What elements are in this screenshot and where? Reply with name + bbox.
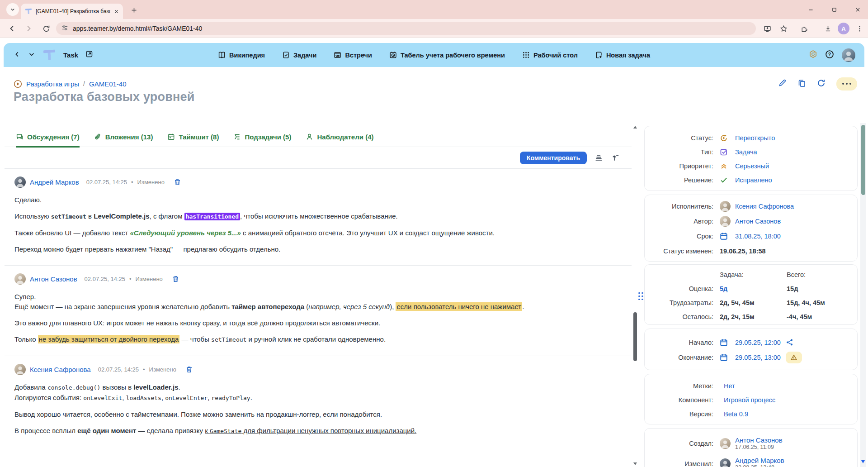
tab-active[interactable]: Обсуждения (7) xyxy=(16,133,80,148)
tab-search-button[interactable] xyxy=(6,3,19,16)
history-user-link[interactable]: Антон Сазонов xyxy=(735,436,850,444)
browser-profile-avatar[interactable]: A xyxy=(838,23,849,34)
comment-body: Добавила console.debug() вызовы в levelL… xyxy=(14,382,582,436)
sidebar-scrollbar-thumb[interactable] xyxy=(861,125,865,195)
field-label: Тип: xyxy=(652,148,720,156)
sidebar-scroll-down-icon[interactable] xyxy=(861,460,865,463)
nav-menu-item[interactable]: Википедия xyxy=(218,51,265,59)
field-value-link[interactable]: Серьезный xyxy=(735,162,850,170)
priority-major-icon xyxy=(720,162,728,170)
comment-author-link[interactable]: Ксения Сафронова xyxy=(30,366,91,373)
field-value-link[interactable]: Задача xyxy=(735,148,850,156)
user-avatar[interactable] xyxy=(842,48,855,62)
field-value-link[interactable]: Антон Сазонов xyxy=(735,218,850,225)
sort-order-icon[interactable] xyxy=(610,153,620,163)
field-label: Изменил: xyxy=(652,460,720,467)
field-value-link[interactable]: 29.05.25, 12:00 xyxy=(735,339,781,346)
field-value-link[interactable]: 29.05.25, 13:00 xyxy=(735,354,781,361)
install-app-icon[interactable] xyxy=(761,23,773,34)
tab-item[interactable]: Таймшит (8) xyxy=(167,133,219,148)
site-settings-icon[interactable] xyxy=(61,24,68,33)
field-value-link[interactable]: Beta 0.9 xyxy=(720,410,850,418)
sidebar-scrollbar[interactable] xyxy=(860,123,866,467)
comment-button[interactable]: Комментировать xyxy=(520,152,587,164)
comment-text-segment: readyToPlay xyxy=(212,395,250,401)
window-maximize-button[interactable] xyxy=(827,3,841,16)
task-main-panel: Обсуждения (7)Вложения (13)Таймшит (8)По… xyxy=(5,122,632,467)
field-label: Осталось: xyxy=(652,313,720,320)
share-icon[interactable] xyxy=(786,338,793,346)
back-button[interactable] xyxy=(5,22,18,35)
reload-button[interactable] xyxy=(40,22,52,35)
tab-close-icon[interactable] xyxy=(114,9,119,14)
help-icon[interactable]: ? xyxy=(825,50,834,61)
scroll-up-arrow-icon[interactable] xyxy=(633,126,637,129)
copy-task-icon[interactable] xyxy=(797,79,806,89)
main-scrollbar[interactable] xyxy=(632,126,638,465)
tab-item[interactable]: Подзадачи (5) xyxy=(233,133,291,148)
teamer-logo[interactable] xyxy=(42,49,56,61)
breadcrumb-project-link[interactable]: Разработка игры xyxy=(26,80,79,88)
field-row: Статус изменен:19.06.25, 18:58 xyxy=(652,243,850,258)
comment-author-link[interactable]: Андрей Марков xyxy=(30,178,79,186)
browser-tab[interactable]: [GAME01-40] Разработка базо xyxy=(21,4,123,19)
delete-comment-icon[interactable] xyxy=(172,275,179,283)
edit-task-icon[interactable] xyxy=(778,79,787,89)
field-value-link[interactable]: Исправлено xyxy=(735,176,850,184)
comment-text-segment[interactable]: к xyxy=(205,427,210,434)
nav-back-icon[interactable] xyxy=(14,51,21,60)
comment-text-segment: таймер автоперехода xyxy=(231,303,304,310)
teamer-favicon xyxy=(25,8,32,15)
nav-menu-item[interactable]: Задачи xyxy=(282,51,316,59)
tab-item[interactable]: Наблюдатели (4) xyxy=(306,133,373,148)
comment-text-segment: не забудь защититься от двойного переход… xyxy=(38,335,180,343)
field-value-link[interactable]: 31.08.25, 18:00 xyxy=(735,233,850,240)
bookmark-star-icon[interactable] xyxy=(778,23,789,34)
nav-dropdown-icon[interactable] xyxy=(28,51,35,60)
comment-text-segment: Использую xyxy=(14,212,51,220)
overdue-warning-icon[interactable] xyxy=(786,352,802,363)
nav-menu-item[interactable]: Встречи xyxy=(334,51,372,59)
delete-comment-icon[interactable] xyxy=(185,366,193,373)
extensions-icon[interactable] xyxy=(798,23,810,34)
estimate-task-value[interactable]: 5д xyxy=(720,285,787,292)
comment-text-segment: Только xyxy=(14,335,38,343)
comment-author-link[interactable]: Антон Сазонов xyxy=(30,275,77,283)
forward-button[interactable] xyxy=(23,22,35,35)
comment-timestamp: 02.07.25, 14:25 xyxy=(86,179,127,186)
comments-list: Андрей Марков02.07.25, 14:25•ИзмененоСде… xyxy=(5,169,632,447)
comment-text-segment[interactable]: GameState xyxy=(210,428,241,434)
density-icon[interactable] xyxy=(594,153,604,163)
window-close-button[interactable] xyxy=(851,3,864,16)
new-tab-button[interactable] xyxy=(129,5,138,14)
open-in-new-icon[interactable] xyxy=(85,50,93,60)
field-value-link[interactable]: Ксения Сафронова xyxy=(735,203,850,210)
delete-comment-icon[interactable] xyxy=(174,178,181,186)
history-user-link[interactable]: Андрей Марков xyxy=(735,457,850,464)
comment-body: Супер.Ещё момент — на экране завершения … xyxy=(14,292,582,345)
nav-menu-item[interactable]: Рабочий стол xyxy=(522,51,578,59)
nav-menu-item-label: Задачи xyxy=(293,52,316,59)
downloads-icon[interactable] xyxy=(822,23,834,34)
panel-resize-grip[interactable] xyxy=(638,290,644,302)
more-actions-button[interactable] xyxy=(836,77,857,91)
tab-item[interactable]: Вложения (13) xyxy=(94,133,153,148)
main-scrollbar-thumb[interactable] xyxy=(633,312,637,361)
app-section-label: Task xyxy=(63,51,78,59)
scroll-down-arrow-icon[interactable] xyxy=(633,462,637,465)
field-value-link[interactable]: Переоткрыто xyxy=(735,134,850,142)
comment-text-segment: например, через 5 секунд xyxy=(308,303,390,310)
url-bar[interactable]: apps.teamer.by/demo.html#/Task/GAME01-40 xyxy=(56,22,756,35)
product-badge-icon[interactable] xyxy=(809,50,817,60)
nav-menu-item[interactable]: Табель учета рабочего времени xyxy=(389,51,505,59)
field-label: Статус изменен: xyxy=(652,248,720,255)
nav-menu-item[interactable]: Новая задача xyxy=(595,51,650,59)
browser-menu-icon[interactable] xyxy=(854,23,865,34)
field-value-link[interactable]: Игровой процесс xyxy=(720,396,850,404)
window-minimize-button[interactable] xyxy=(804,3,817,16)
field-value-link[interactable]: Нет xyxy=(720,382,850,390)
refresh-task-icon[interactable] xyxy=(817,79,826,89)
comment-text-segment[interactable]: для фильтрации ненужных повторных инициа… xyxy=(241,427,416,434)
comment-text-segment: Ещё момент — на экране завершения уровня… xyxy=(14,303,231,310)
breadcrumb-task-link[interactable]: GAME01-40 xyxy=(89,80,127,88)
